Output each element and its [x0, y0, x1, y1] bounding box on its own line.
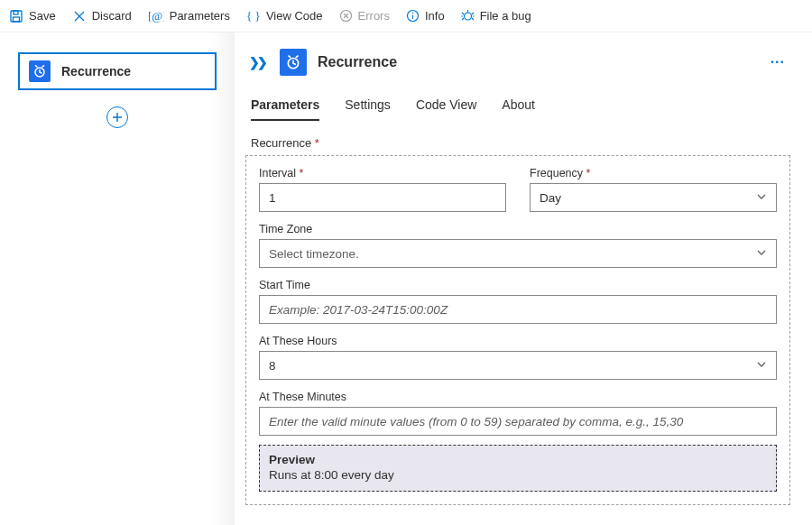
discard-label: Discard [92, 9, 132, 23]
minutes-field: At These Minutes [259, 391, 777, 436]
view-code-label: View Code [266, 9, 323, 23]
tab-parameters[interactable]: Parameters [251, 92, 319, 121]
hours-select[interactable]: 8 [259, 351, 777, 380]
svg-text:{ }: { } [246, 9, 261, 23]
file-bug-label: File a bug [480, 9, 531, 23]
svg-point-9 [464, 13, 471, 20]
tab-settings[interactable]: Settings [345, 92, 391, 121]
chevron-down-icon [756, 247, 767, 261]
svg-rect-2 [14, 17, 20, 22]
start-time-field: Start Time [259, 279, 777, 324]
svg-rect-0 [11, 11, 22, 22]
preview-title: Preview [269, 453, 767, 466]
clock-icon [280, 49, 307, 76]
tab-code-view[interactable]: Code View [416, 92, 476, 121]
main: Recurrence ❯❯ Recurrence ··· Parameters … [0, 32, 812, 525]
clock-icon [29, 60, 51, 82]
chevron-down-icon [756, 359, 767, 373]
details-panel: ❯❯ Recurrence ··· Parameters Settings Co… [235, 32, 812, 525]
timezone-select[interactable]: Select timezone. [259, 239, 777, 268]
file-bug-button[interactable]: File a bug [461, 9, 531, 23]
parameters-button[interactable]: [@] Parameters [148, 9, 230, 23]
tabs: Parameters Settings Code View About [245, 92, 790, 122]
recurrence-node[interactable]: Recurrence [18, 52, 217, 90]
node-title: Recurrence [61, 64, 131, 78]
frequency-select[interactable]: Day [530, 183, 777, 212]
svg-rect-1 [14, 11, 18, 14]
minutes-input[interactable] [259, 407, 777, 436]
discard-button[interactable]: Discard [72, 9, 132, 23]
bug-icon [461, 9, 475, 23]
interval-input[interactable] [259, 183, 506, 212]
designer-canvas: Recurrence [0, 32, 235, 525]
tab-about[interactable]: About [502, 92, 535, 121]
timezone-field: Time Zone Select timezone. [259, 223, 777, 268]
toolbar: Save Discard [@] Parameters { } View Cod… [0, 0, 812, 32]
view-code-button[interactable]: { } View Code [246, 9, 323, 23]
discard-icon [72, 9, 87, 23]
start-time-input[interactable] [259, 295, 777, 324]
svg-rect-8 [412, 15, 413, 20]
svg-text:[@]: [@] [148, 9, 164, 23]
parameters-label: Parameters [170, 9, 230, 23]
chevron-down-icon [756, 191, 767, 205]
preview-text: Runs at 8:00 every day [269, 468, 767, 482]
save-button[interactable]: Save [9, 9, 56, 23]
preview-box: Preview Runs at 8:00 every day [259, 445, 777, 492]
info-label: Info [425, 9, 445, 23]
info-icon [406, 9, 420, 23]
code-icon: { } [246, 9, 261, 23]
hours-field: At These Hours 8 [259, 335, 777, 380]
frequency-field: Frequency * Day [530, 167, 777, 212]
errors-label: Errors [358, 9, 390, 23]
plus-icon [112, 112, 123, 123]
svg-point-7 [412, 13, 414, 14]
save-icon [9, 9, 23, 23]
errors-button: Errors [339, 9, 390, 23]
section-label: Recurrence * [251, 136, 790, 150]
info-button[interactable]: Info [406, 9, 445, 23]
interval-field: Interval * [259, 167, 506, 212]
panel-header: ❯❯ Recurrence ··· [245, 49, 790, 76]
save-label: Save [29, 9, 56, 23]
more-button[interactable]: ··· [765, 54, 790, 70]
errors-icon [339, 9, 353, 23]
collapse-button[interactable]: ❯❯ [245, 51, 269, 73]
add-step-button[interactable] [106, 106, 128, 128]
parameters-icon: [@] [148, 9, 164, 23]
panel-title: Recurrence [318, 54, 397, 70]
recurrence-group: Interval * Frequency * Day Time Zone Se [245, 155, 790, 505]
